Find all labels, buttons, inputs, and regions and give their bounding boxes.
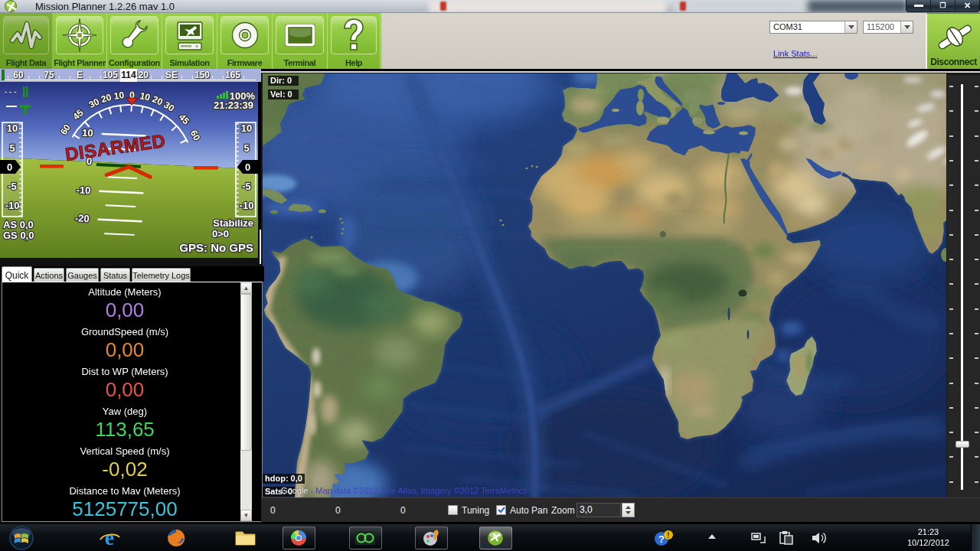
svg-text:5: 5 <box>243 142 249 154</box>
svg-text:-5: -5 <box>242 181 251 192</box>
svg-text:!: ! <box>667 531 669 540</box>
svg-text:0>0: 0>0 <box>212 228 229 240</box>
svg-text:e: e <box>105 527 114 549</box>
svg-text:-10: -10 <box>240 200 254 211</box>
svg-text:- - -: - - - <box>5 87 17 96</box>
svg-text:?: ? <box>658 533 665 545</box>
svg-text:5: 5 <box>9 142 15 154</box>
svg-text:AS 0,0: AS 0,0 <box>3 219 34 230</box>
svg-text:10: 10 <box>7 122 18 134</box>
svg-text:Stabilize: Stabilize <box>213 217 253 229</box>
svg-text:-10: -10 <box>5 200 20 211</box>
svg-text:10: 10 <box>113 90 125 102</box>
svg-text:10: 10 <box>82 127 93 139</box>
svg-text:21:23:39: 21:23:39 <box>214 99 253 111</box>
svg-text:-20: -20 <box>75 212 90 224</box>
svg-text:-10: -10 <box>76 184 90 196</box>
svg-text:0: 0 <box>7 161 12 173</box>
svg-text:GPS: No GPS: GPS: No GPS <box>179 241 253 254</box>
svg-text:0: 0 <box>245 161 250 173</box>
svg-text:GS 0,0: GS 0,0 <box>3 230 34 241</box>
svg-text:10: 10 <box>241 122 252 134</box>
svg-text:-5: -5 <box>8 181 17 192</box>
